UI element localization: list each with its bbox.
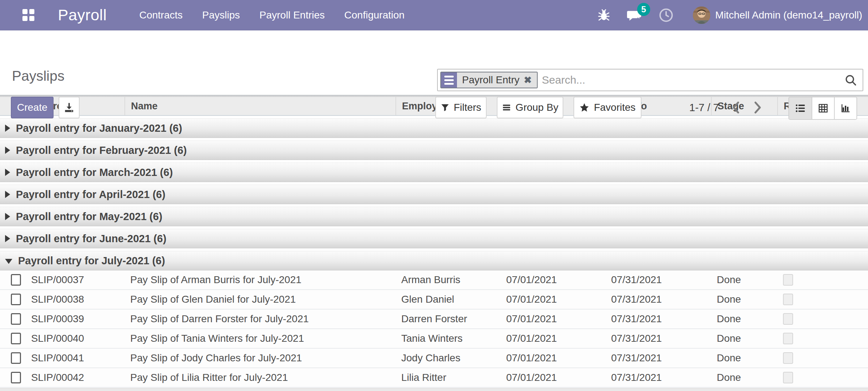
released-checkbox bbox=[783, 333, 793, 344]
cell-date-to: 07/31/2021 bbox=[605, 349, 711, 367]
cell-stage: Done bbox=[711, 290, 777, 309]
cell-date-to: 07/31/2021 bbox=[605, 329, 711, 348]
table-row[interactable]: SLIP/00041 Pay Slip of Jody Charles for … bbox=[0, 349, 868, 368]
cell-date-to: 07/31/2021 bbox=[605, 290, 711, 309]
cell-date-from: 07/01/2021 bbox=[500, 270, 605, 289]
view-switcher bbox=[788, 97, 857, 120]
cell-reference: SLIP/00042 bbox=[25, 368, 124, 387]
group-label: Payroll entry for January-2021 (6) bbox=[16, 122, 182, 134]
table-row[interactable]: SLIP/00037 Pay Slip of Arman Burris for … bbox=[0, 270, 868, 290]
cell-stage: Done bbox=[711, 368, 777, 387]
group-row[interactable]: Payroll entry for June-2021 (6) bbox=[0, 229, 868, 248]
cell-stage: Done bbox=[711, 329, 777, 348]
group-row[interactable]: Payroll entry for January-2021 (6) bbox=[0, 118, 868, 138]
group-caret-icon bbox=[5, 259, 12, 264]
favorites-button[interactable]: Favorites bbox=[573, 97, 642, 118]
activities-clock-icon[interactable] bbox=[658, 7, 674, 23]
group-caret-icon bbox=[5, 191, 10, 198]
page-title: Payslips bbox=[12, 68, 64, 84]
app-name[interactable]: Payroll bbox=[58, 6, 107, 24]
pivot-grid-icon bbox=[818, 103, 829, 113]
pager-previous-icon[interactable] bbox=[731, 101, 741, 114]
menu-payslips[interactable]: Payslips bbox=[202, 7, 241, 23]
facet-label: Payroll Entry bbox=[462, 74, 520, 86]
menu-contracts[interactable]: Contracts bbox=[139, 7, 183, 23]
menu-payroll-entries[interactable]: Payroll Entries bbox=[259, 7, 326, 23]
group-label: Payroll entry for June-2021 (6) bbox=[16, 233, 166, 245]
cell-stage: Done bbox=[711, 310, 777, 328]
cell-reference: SLIP/00037 bbox=[25, 270, 124, 289]
group-caret-icon bbox=[5, 235, 10, 242]
row-checkbox[interactable] bbox=[11, 313, 21, 325]
cell-reference: SLIP/00039 bbox=[25, 310, 124, 328]
group-row[interactable]: Payroll entry for April-2021 (6) bbox=[0, 185, 868, 204]
group-by-button[interactable]: Group By bbox=[497, 97, 563, 118]
group-caret-icon bbox=[5, 213, 10, 220]
export-button[interactable] bbox=[59, 97, 80, 118]
cell-name: Pay Slip of Darren Forster for July-2021 bbox=[124, 310, 395, 328]
graph-view-button[interactable] bbox=[834, 97, 856, 119]
row-checkbox[interactable] bbox=[11, 274, 21, 286]
group-row[interactable]: Payroll entry for July-2021 (6) bbox=[0, 251, 868, 270]
filters-button[interactable]: Filters bbox=[435, 97, 487, 118]
group-label: Payroll entry for February-2021 (6) bbox=[16, 144, 187, 156]
pager-next-icon[interactable] bbox=[753, 101, 762, 114]
table-row[interactable]: SLIP/00042 Pay Slip of Lilia Ritter for … bbox=[0, 368, 868, 388]
table-row[interactable]: SLIP/00038 Pay Slip of Glen Daniel for J… bbox=[0, 290, 868, 310]
pager: 1-7 / 7 bbox=[689, 97, 762, 118]
menu-configuration[interactable]: Configuration bbox=[344, 7, 406, 23]
cell-employee: Darren Forster bbox=[395, 310, 500, 328]
search-icon[interactable] bbox=[844, 74, 857, 86]
cell-name: Pay Slip of Tania Winters for July-2021 bbox=[124, 329, 395, 348]
bottom-strip bbox=[0, 388, 868, 391]
cell-reference: SLIP/00038 bbox=[25, 290, 124, 309]
messages-icon[interactable]: 5 bbox=[626, 7, 642, 23]
row-checkbox[interactable] bbox=[11, 352, 21, 364]
group-caret-icon bbox=[5, 169, 10, 176]
cell-date-to: 07/31/2021 bbox=[605, 368, 711, 387]
row-checkbox[interactable] bbox=[11, 294, 21, 305]
group-label: Payroll entry for July-2021 (6) bbox=[18, 255, 165, 267]
released-checkbox bbox=[783, 313, 793, 325]
group-by-bars-icon bbox=[502, 103, 511, 112]
search-bar[interactable]: Payroll Entry ✖ bbox=[437, 69, 863, 91]
row-checkbox[interactable] bbox=[11, 372, 21, 383]
filter-funnel-icon bbox=[441, 103, 449, 112]
search-facet: Payroll Entry ✖ bbox=[440, 72, 538, 88]
payslip-table-body: Payroll entry for January-2021 (6) Payro… bbox=[0, 118, 868, 388]
cell-date-from: 07/01/2021 bbox=[500, 368, 605, 387]
facet-remove-icon[interactable]: ✖ bbox=[524, 75, 532, 85]
cell-employee: Jody Charles bbox=[395, 349, 500, 367]
create-button[interactable]: Create bbox=[11, 97, 54, 118]
debug-bug-icon[interactable] bbox=[596, 7, 612, 23]
released-checkbox bbox=[783, 274, 793, 286]
group-row[interactable]: Payroll entry for May-2021 (6) bbox=[0, 207, 868, 226]
search-input[interactable] bbox=[542, 74, 844, 86]
group-row[interactable]: Payroll entry for March-2021 (6) bbox=[0, 163, 868, 182]
cell-date-from: 07/01/2021 bbox=[500, 310, 605, 328]
cell-name: Pay Slip of Glen Daniel for July-2021 bbox=[124, 290, 395, 309]
message-count-badge: 5 bbox=[637, 3, 650, 16]
table-row[interactable]: SLIP/00039 Pay Slip of Darren Forster fo… bbox=[0, 310, 868, 329]
cell-name: Pay Slip of Lilia Ritter for July-2021 bbox=[124, 368, 395, 387]
apps-menu-icon[interactable] bbox=[22, 9, 35, 21]
main-menu-bar: Contracts Payslips Payroll Entries Confi… bbox=[139, 7, 405, 23]
cell-name: Pay Slip of Arman Burris for July-2021 bbox=[124, 270, 395, 289]
pivot-view-button[interactable] bbox=[812, 97, 834, 119]
cell-employee: Lilia Ritter bbox=[395, 368, 500, 387]
column-header-name[interactable]: Name bbox=[124, 97, 395, 115]
cell-date-from: 07/01/2021 bbox=[500, 349, 605, 367]
released-checkbox bbox=[783, 372, 793, 383]
group-caret-icon bbox=[5, 125, 10, 132]
user-menu[interactable]: Mitchell Admin (demo14_payroll) bbox=[715, 9, 862, 21]
cell-stage: Done bbox=[711, 349, 777, 367]
row-checkbox[interactable] bbox=[11, 333, 21, 344]
list-view-button[interactable] bbox=[789, 97, 812, 119]
group-caret-icon bbox=[5, 147, 10, 154]
group-row[interactable]: Payroll entry for February-2021 (6) bbox=[0, 140, 868, 160]
cell-employee: Glen Daniel bbox=[395, 290, 500, 309]
table-row[interactable]: SLIP/00040 Pay Slip of Tania Winters for… bbox=[0, 329, 868, 349]
cell-reference: SLIP/00040 bbox=[25, 329, 124, 348]
star-icon bbox=[579, 102, 589, 113]
user-avatar[interactable] bbox=[693, 7, 710, 24]
